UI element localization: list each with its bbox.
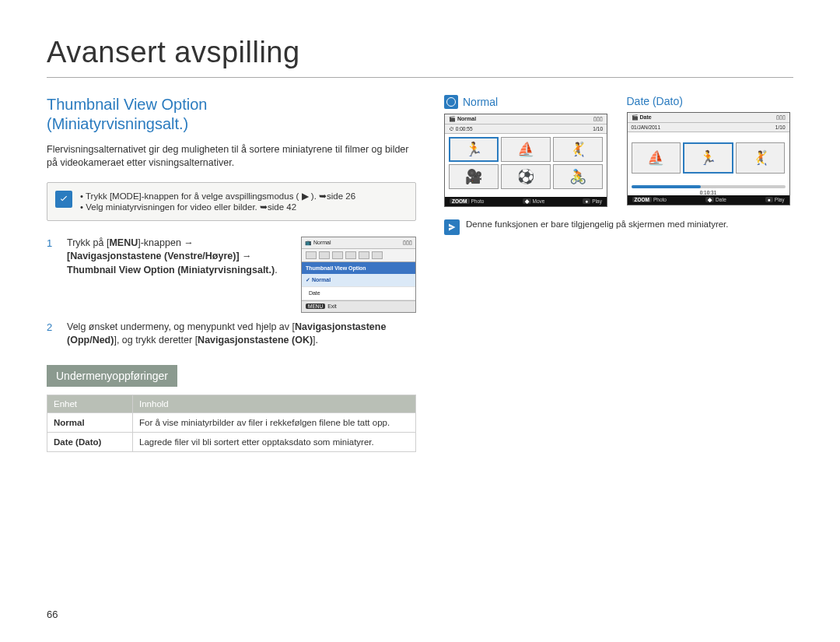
- normal-screenshot: 🎬 Normal ▯▯▯ ⏱ 0:00:55 1/10 🏃 ⛵ 🤾 🎥: [444, 114, 607, 207]
- right-column: Normal 🎬 Normal ▯▯▯ ⏱ 0:00:55 1/10 🏃: [444, 95, 793, 452]
- normal-bot-move: Move: [533, 198, 545, 204]
- thumbnail: 🤾: [553, 137, 603, 162]
- check-icon: [55, 191, 72, 208]
- date-title: Date (Dato): [627, 95, 683, 107]
- row-normal-key: Normal: [47, 412, 133, 432]
- magnify-icon: [444, 95, 458, 109]
- step1-text-b: ]-knappen →: [138, 237, 194, 248]
- date-time: 0:10:31: [628, 190, 789, 195]
- step2-text-b: ], og trykk deretter [: [114, 335, 198, 346]
- section-heading-line2: (Miniatyrvisningsalt.): [47, 115, 188, 132]
- left-column: Thumbnail View Option (Miniatyrvisningsa…: [47, 95, 416, 452]
- date-counter: 1/10: [775, 125, 786, 130]
- page-number: 66: [47, 609, 58, 620]
- step-1: 1 Trykk på [MENU]-knappen → [Navigasjons…: [47, 237, 416, 313]
- normal-counter: 1/10: [593, 126, 603, 132]
- step2-text-c: ].: [313, 335, 318, 346]
- normal-top-label: Normal: [457, 116, 476, 121]
- section-heading-line1: Thumbnail View Option: [47, 96, 207, 113]
- note-item-2: Velg miniatyrvisningen for video eller b…: [80, 202, 355, 212]
- thumbnail: 🏃: [683, 142, 733, 174]
- step1-nav-path: [Navigasjonstastene (Venstre/Høyre)] → T…: [67, 251, 275, 275]
- note-item-1: Trykk [MODE]-knappen for å velge avspill…: [80, 191, 355, 202]
- availability-note: Denne funksjonen er bare tilgjengelig på…: [444, 219, 793, 235]
- date-label: 01/JAN/2011: [632, 125, 661, 130]
- submenu-col-unit: Enhet: [47, 395, 133, 412]
- date-top-label: Date: [639, 114, 651, 120]
- step1-text-end: .: [275, 265, 277, 275]
- thumbnail: 🎥: [449, 164, 499, 189]
- thumbnail: 🏃: [449, 137, 499, 162]
- step1-menu-key: MENU: [109, 237, 138, 248]
- mini-item-date: Date: [302, 287, 415, 300]
- mini-top-label: Normal: [313, 240, 331, 245]
- mini-item-normal: ✓ Normal: [302, 274, 415, 287]
- page-title: Avansert avspilling: [47, 36, 793, 78]
- mini-exit-row: MENUExit: [302, 300, 415, 312]
- step-num-2: 2: [47, 321, 58, 348]
- row-date-key: Date (Dato): [47, 432, 133, 451]
- date-bot-date: Date: [716, 197, 726, 202]
- row-date-val: Lagrede filer vil bli sortert etter oppt…: [133, 432, 416, 451]
- normal-bot-play: Play: [592, 198, 602, 204]
- availability-text: Denne funksjonen er bare tilgjengelig på…: [466, 219, 729, 235]
- submenu-heading: Undermenyoppføringer: [47, 365, 177, 387]
- thumbnail: ⛵: [501, 137, 551, 162]
- submenu-table: Enhet Innhold Normal For å vise miniatyr…: [47, 395, 416, 452]
- info-icon: [444, 219, 460, 235]
- table-row: Normal For å vise miniatyrbilder av file…: [47, 412, 416, 432]
- menu-screenshot: 📺 Normal ▯▯▯ Thumbnail View Option ✓ Nor…: [301, 237, 416, 313]
- step-2: 2 Velg ønsket undermeny, og menypunkt ve…: [47, 321, 416, 348]
- step2-nav2: Navigasjonstastene (OK): [198, 335, 313, 346]
- precondition-note: Trykk [MODE]-knappen for å velge avspill…: [47, 182, 416, 221]
- date-bot-play: Play: [775, 197, 785, 202]
- row-normal-val: For å vise miniatyrbilder av filer i rek…: [133, 412, 416, 432]
- section-intro: Flervisningsalternativet gir deg mulighe…: [47, 143, 416, 170]
- date-screenshot: 🎬 Date ▯▯▯ 01/JAN/2011 1/10 ⛵ 🏃 🤾: [627, 112, 790, 205]
- table-row: Date (Dato) Lagrede filer vil bli sorter…: [47, 432, 416, 451]
- thumbnail: ⚽: [501, 164, 551, 189]
- section-heading: Thumbnail View Option (Miniatyrvisningsa…: [47, 95, 416, 134]
- mini-menu-header: Thumbnail View Option: [302, 262, 415, 275]
- normal-time: 0:00:55: [456, 126, 473, 132]
- normal-title: Normal: [463, 96, 498, 108]
- thumbnail: 🤾: [736, 142, 785, 174]
- thumbnail: 🚴: [553, 164, 603, 189]
- step-num-1: 1: [47, 237, 58, 313]
- date-progress: [632, 185, 786, 188]
- step1-text-a: Trykk på [: [67, 237, 109, 248]
- normal-bot-photo: Photo: [471, 198, 485, 204]
- thumbnail: ⛵: [632, 142, 681, 174]
- step2-text-a: Velg ønsket undermeny, og menypunkt ved …: [67, 321, 295, 332]
- date-bot-photo: Photo: [653, 197, 667, 202]
- mini-icon-row: [302, 249, 415, 262]
- submenu-col-content: Innhold: [133, 395, 416, 412]
